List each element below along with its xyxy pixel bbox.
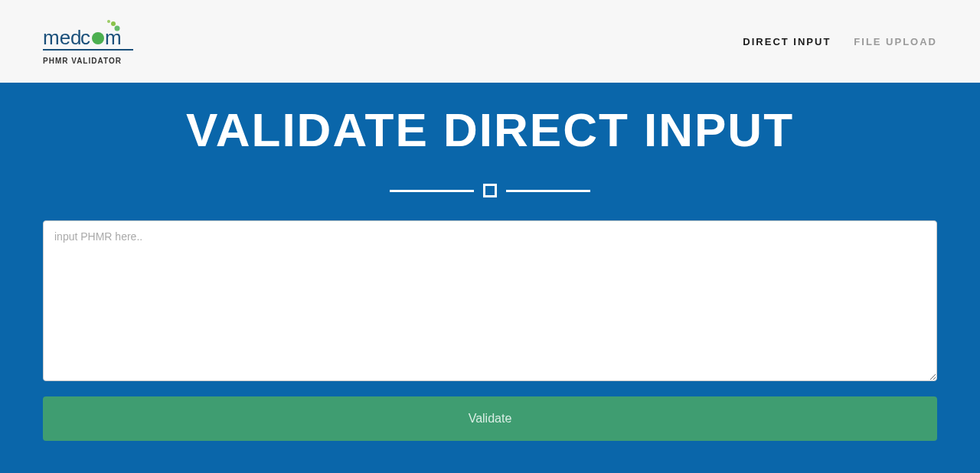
medcom-logo-icon: med c m bbox=[43, 18, 133, 52]
svg-text:m: m bbox=[105, 26, 122, 49]
svg-text:c: c bbox=[80, 26, 90, 49]
divider-line-right bbox=[506, 190, 590, 192]
svg-text:med: med bbox=[43, 26, 82, 49]
nav: Direct Input File Upload bbox=[743, 36, 937, 47]
nav-direct-input[interactable]: Direct Input bbox=[743, 36, 831, 47]
divider-line-left bbox=[390, 190, 474, 192]
svg-point-0 bbox=[107, 20, 110, 23]
header: med c m PHMR VALIDATOR Direct Input File… bbox=[0, 0, 980, 83]
phmr-input[interactable] bbox=[43, 220, 937, 381]
main: Validate Direct Input Validate bbox=[0, 83, 980, 441]
form: Validate bbox=[43, 220, 937, 441]
page-title: Validate Direct Input bbox=[0, 104, 980, 156]
svg-point-5 bbox=[92, 32, 104, 44]
logo[interactable]: med c m PHMR VALIDATOR bbox=[43, 18, 133, 65]
divider bbox=[0, 184, 980, 197]
validate-button[interactable]: Validate bbox=[43, 396, 937, 441]
logo-subtitle: PHMR VALIDATOR bbox=[43, 57, 122, 65]
divider-square-icon bbox=[483, 184, 497, 197]
nav-file-upload[interactable]: File Upload bbox=[854, 36, 937, 47]
